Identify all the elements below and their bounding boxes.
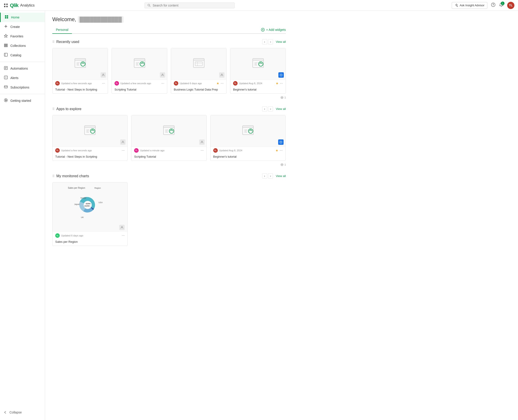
card-thumbnail [230,48,286,80]
card-title: Tutorial - Next Steps in Scripting [55,155,125,158]
notification-badge: 1 [501,2,504,5]
card-star-button[interactable]: ★ [275,149,278,152]
logo-area: Qlik Analytics [4,2,35,8]
add-widgets-icon [261,28,265,31]
sidebar-item-getting-started[interactable]: Getting started [0,96,45,105]
card-badge-blue [278,139,284,145]
app-icon [252,58,264,70]
sidebar-item-subscriptions[interactable]: Subscriptions [0,83,45,92]
chart-thumbnail: Sales per Region Region [53,182,127,223]
recently-used-card-1[interactable]: TL Updated a few seconds ago ··· Tutoria… [52,48,108,94]
card-title: Tutorial - Next Steps in Scripting [55,88,105,91]
card-badge-user [119,225,125,230]
grid-menu-icon[interactable] [4,3,8,8]
recently-used-section: ⠿ Recently used ‹ › View all [52,39,286,99]
card-more-button[interactable]: ··· [122,148,125,152]
card-title-area: Scripting Tutorial [131,155,206,161]
card-updated: Updated Aug 8, 2024 [219,149,274,152]
card-more-button[interactable]: ··· [221,81,224,85]
apps-to-explore-header: ⠿ Apps to explore ‹ › View all [52,106,286,112]
recently-used-next-button[interactable]: › [268,39,273,44]
my-monitored-charts-section: ⠿ My monitored charts ‹ › View all [52,173,286,246]
card-more-button[interactable]: ··· [280,148,283,152]
monitored-charts-next-button[interactable]: › [268,173,273,179]
monitored-charts-view-all-button[interactable]: View all [276,174,286,178]
recently-used-prev-button[interactable]: ‹ [262,39,267,44]
card-more-button[interactable]: ··· [280,81,283,85]
svg-rect-66 [86,130,90,130]
sidebar-collapse-button[interactable]: Collapse [0,408,45,416]
card-more-button[interactable]: ··· [201,148,204,152]
card-more-button[interactable]: ··· [122,233,125,238]
svg-line-5 [150,6,151,7]
sidebar-item-label-alerts: Alerts [10,76,18,80]
app-icon [133,58,146,70]
card-more-button[interactable]: ··· [102,81,105,85]
main-content: Welcome, ████████████ Personal + Add wid… [45,11,518,420]
svg-rect-56 [255,64,257,64]
monitored-charts-prev-button[interactable]: ‹ [262,173,267,179]
recently-used-card-4[interactable]: TL Updated Aug 8, 2024 ★ ··· Beginner's … [230,48,286,94]
insight-advisor-icon [455,4,458,7]
card-footer: TL Updated a few seconds ago ··· [53,80,108,88]
sidebar-item-label-create: Create [10,25,20,29]
svg-rect-35 [77,63,80,63]
sidebar-item-alerts[interactable]: Alerts [0,73,45,83]
svg-rect-37 [77,65,79,65]
sidebar-item-favorites[interactable]: Favorites [0,31,45,41]
recently-used-card-3[interactable]: TL Updated 6 days ago ★ ··· Business Log… [171,48,226,94]
recently-used-cards: TL Updated a few seconds ago ··· Tutoria… [52,48,286,94]
sidebar-item-home[interactable]: Home [0,13,45,22]
svg-text:Nordic: Nordic [80,197,86,199]
add-widgets-button[interactable]: + Add widgets [261,28,286,31]
insight-advisor-button[interactable]: Ask Insight Advisor [452,2,487,9]
monitored-charts-nav: ‹ › View all [262,173,286,179]
svg-rect-74 [165,131,168,131]
recently-used-card-2[interactable]: TL Updated a few seconds ago ··· Scripti… [112,48,167,94]
welcome-prefix: Welcome, [52,16,76,22]
tab-personal[interactable]: Personal [52,26,72,34]
svg-point-87 [282,164,282,165]
collections-icon [4,43,8,48]
sidebar: Home Create Favorites Collections [0,11,45,420]
card-avatar: TL [55,81,60,86]
help-button[interactable]: ? [491,2,495,8]
apps-to-explore-prev-button[interactable]: ‹ [262,106,267,112]
notifications-button[interactable]: 1 [499,2,503,8]
svg-text:Region: Region [94,187,101,189]
card-star-button[interactable]: ★ [276,82,278,85]
card-more-button[interactable]: ··· [161,81,164,85]
svg-rect-64 [85,126,95,128]
card-title-area: Scripting Tutorial [112,88,167,93]
sales-per-region-chart: Sales per Region Region [65,185,115,221]
svg-rect-9 [7,15,8,17]
monitored-chart-card-1[interactable]: Sales per Region Region [52,182,128,246]
card-badge-blue [278,72,284,78]
svg-rect-47 [193,59,204,60]
recently-used-nav: ‹ › View all [262,39,286,44]
svg-text:26.9%: 26.9% [84,205,89,207]
qlik-logo: Qlik [10,2,18,8]
apps-to-explore-view-all-button[interactable]: View all [276,107,286,111]
svg-point-85 [281,142,281,143]
explore-card-1[interactable]: TL Updated a few seconds ago ··· Tutoria… [52,115,128,161]
user-avatar[interactable]: TL [507,2,514,9]
sidebar-item-create[interactable]: Create [0,22,45,31]
svg-rect-8 [5,15,6,17]
app-name: Analytics [20,3,35,8]
explore-card-3[interactable]: TL Updated Aug 8, 2024 ★ ··· Beginner's … [210,115,286,161]
sidebar-item-automations[interactable]: Automations [0,64,45,73]
svg-rect-80 [244,130,247,130]
explore-card-2[interactable]: TL Updated a minute ago ··· Scripting Tu… [131,115,207,161]
svg-point-69 [122,141,124,142]
search-input[interactable] [153,4,232,7]
sidebar-item-collections[interactable]: Collections [0,41,45,51]
recently-used-view-all-button[interactable]: View all [276,40,286,44]
sidebar-item-label-favorites: Favorites [10,34,23,38]
drag-handle-icon: ⠿ [52,107,54,111]
insight-advisor-label: Ask Insight Advisor [460,4,484,7]
sidebar-item-catalog[interactable]: Catalog [0,51,45,60]
apps-to-explore-next-button[interactable]: › [268,106,273,112]
card-star-button[interactable]: ★ [216,82,219,85]
search-bar[interactable] [145,2,235,8]
